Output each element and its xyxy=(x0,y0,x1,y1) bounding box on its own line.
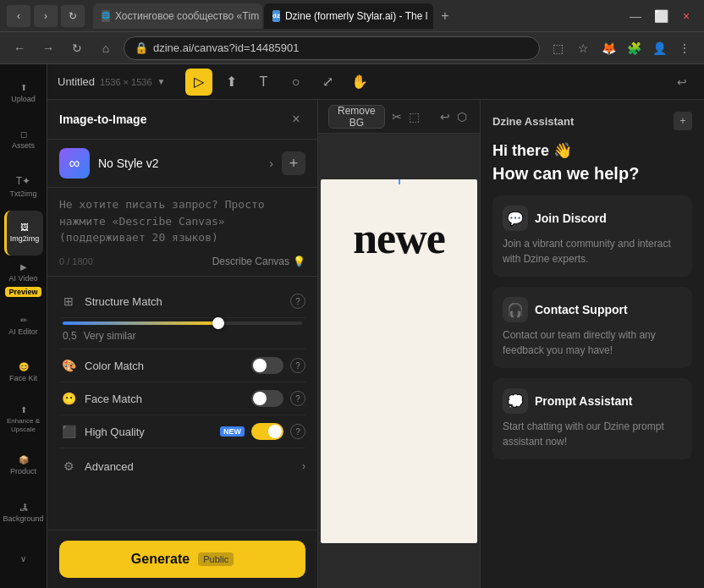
discord-desc: Join a vibrant community and interact wi… xyxy=(503,236,682,267)
face-match-info[interactable]: ? xyxy=(290,391,305,406)
public-badge: Public xyxy=(198,552,234,566)
slider-thumb[interactable] xyxy=(212,317,224,329)
sidebar-item-ai-editor[interactable]: ✏ AI Editor xyxy=(4,304,43,349)
tab-2-label: Dzine (formerly Stylar.ai) - The l xyxy=(285,10,428,22)
background-label: Background xyxy=(3,514,43,524)
sidebar-item-assets[interactable]: ◻ Assets xyxy=(4,118,43,162)
img2img-icon: 🖼 xyxy=(20,223,29,232)
product-label: Product xyxy=(10,467,36,476)
advanced-row[interactable]: ⚙ Advanced › xyxy=(59,448,305,484)
undo-button[interactable]: ↩ xyxy=(670,70,694,94)
style-arrow-icon: › xyxy=(269,157,273,170)
browser-chrome: ‹ › ↻ 🌐 Хостинговое сообщество «Тim × dz… xyxy=(0,0,704,32)
sidebar-item-background[interactable]: 🏞 Background xyxy=(4,490,43,536)
assistant-title: Dzine Assistant xyxy=(492,115,574,128)
color-match-icon: 🎨 xyxy=(59,356,78,375)
minimize-button[interactable]: — xyxy=(624,5,646,27)
canvas-toolbar: Remove BG ✂ ⬚ ↩ ⬡ ☆ ⬇ ◧ Layers xyxy=(318,100,480,134)
assistant-expand-button[interactable]: + xyxy=(674,112,692,130)
add-style-button[interactable]: + xyxy=(282,151,305,175)
face-match-toggle-knob xyxy=(253,392,267,405)
prompt-assistant-title: Prompt Assistant xyxy=(535,394,632,408)
remove-bg-button[interactable]: Remove BG xyxy=(328,105,385,129)
generate-label: Generate xyxy=(131,552,190,567)
url-bar[interactable]: 🔒 dzine.ai/canvas?id=14485901 xyxy=(124,36,540,60)
undo-canvas-button[interactable]: ↩ xyxy=(440,105,450,129)
tab-1-favicon: 🌐 xyxy=(102,10,110,22)
sidebar-item-img2img[interactable]: 🖼 Img2img xyxy=(4,211,43,256)
sidebar-item-product[interactable]: 📦 Product xyxy=(4,443,43,488)
sidebar-item-expand[interactable]: ∨ xyxy=(4,536,43,581)
tab-1-label: Хостинговое сообщество «Тim xyxy=(115,10,259,22)
nav-home-button[interactable]: ⌂ xyxy=(95,37,117,59)
nav-back-button[interactable]: ← xyxy=(8,37,30,59)
ai-video-icon: ▶ xyxy=(20,262,27,272)
hand-tool-button[interactable]: ✋ xyxy=(346,69,373,96)
greeting: Hi there 👋 How can we help? xyxy=(492,140,692,185)
select-tool-button[interactable]: ▷ xyxy=(185,69,212,96)
discord-card[interactable]: 💬 Join Discord Join a vibrant community … xyxy=(492,195,692,277)
structure-match-info[interactable]: ? xyxy=(290,294,305,309)
window-close-button[interactable]: × xyxy=(675,5,697,27)
color-match-info[interactable]: ? xyxy=(290,358,305,373)
sidebar-item-enhance[interactable]: ⬆ Enhance &Upscale xyxy=(4,397,43,442)
scissors-button[interactable]: ✂ xyxy=(392,105,402,129)
discord-title: Join Discord xyxy=(535,212,607,225)
nav-refresh-button[interactable]: ↻ xyxy=(66,37,88,59)
face-match-icon: 😶 xyxy=(59,389,78,408)
canvas-viewport[interactable]: newe xyxy=(318,134,480,588)
support-card[interactable]: 🎧 Contact Support Contact our team direc… xyxy=(492,287,692,368)
back-button[interactable]: ‹ xyxy=(7,5,30,27)
high-quality-toggle-knob xyxy=(268,425,282,438)
sidebar-item-ai-video[interactable]: ▶ AI Video Preview xyxy=(4,257,43,302)
describe-canvas-button[interactable]: Describe Canvas 💡 xyxy=(212,256,305,267)
forward-button[interactable]: › xyxy=(34,5,58,27)
profile-icon[interactable]: 🦊 xyxy=(597,37,619,59)
shape-tool-button[interactable]: ○ xyxy=(282,69,309,96)
translate-icon[interactable]: ⬚ xyxy=(547,37,569,59)
crop-button[interactable]: ⬚ xyxy=(409,105,420,129)
color-match-toggle[interactable] xyxy=(251,357,283,374)
generate-button[interactable]: Generate Public xyxy=(59,541,305,578)
char-count: 0 / 1800 xyxy=(59,256,93,267)
slider-container xyxy=(59,321,305,325)
style-name: No Style v2 xyxy=(98,157,261,170)
tab-2[interactable]: dz Dzine (formerly Stylar.ai) - The l × xyxy=(264,3,433,29)
sidebar-item-face-kit[interactable]: 😊 Face Kit xyxy=(4,350,43,395)
menu-icon[interactable]: ⋮ xyxy=(674,37,696,59)
canvas-area: Remove BG ✂ ⬚ ↩ ⬡ ☆ ⬇ ◧ Layers xyxy=(318,100,480,588)
enhance-label: Enhance &Upscale xyxy=(7,417,40,433)
avatar-icon[interactable]: 👤 xyxy=(648,37,670,59)
tab-1[interactable]: 🌐 Хостинговое сообщество «Тim × xyxy=(93,3,262,29)
style-selector[interactable]: ∞ No Style v2 › + xyxy=(47,140,317,188)
sidebar-item-upload[interactable]: ⬆ Upload xyxy=(4,71,43,116)
high-quality-info[interactable]: ? xyxy=(290,424,305,439)
extensions-icon[interactable]: 🧩 xyxy=(623,37,645,59)
nav-forward-button[interactable]: → xyxy=(37,37,59,59)
sidebar-item-txt2img[interactable]: T✦ Txt2img xyxy=(4,164,43,209)
refresh-button[interactable]: ↻ xyxy=(61,5,85,27)
maximize-button[interactable]: ⬜ xyxy=(650,5,672,27)
high-quality-toggle[interactable] xyxy=(251,423,283,440)
new-tab-button[interactable]: + xyxy=(435,6,455,26)
prompt-input[interactable] xyxy=(59,196,305,247)
structure-match-slider-row: 0,5 Very similar xyxy=(59,318,305,349)
structure-match-label: Structure Match xyxy=(85,295,290,308)
bookmark-icon[interactable]: ☆ xyxy=(572,37,594,59)
face-match-toggle[interactable] xyxy=(251,390,283,407)
prompt-assistant-card[interactable]: 💭 Prompt Assistant Start chatting with o… xyxy=(492,378,692,459)
lightbulb-icon: 💡 xyxy=(293,256,305,267)
prompt-card-header: 💭 Prompt Assistant xyxy=(503,388,682,414)
upload-tool-button[interactable]: ⬆ xyxy=(217,69,245,96)
doc-title-text: Untitled xyxy=(58,75,95,88)
crop-tool-button[interactable]: ⤢ xyxy=(314,69,341,96)
panel-close-button[interactable]: × xyxy=(287,110,305,129)
slider-track[interactable] xyxy=(63,321,302,325)
doc-dropdown-icon[interactable]: ▼ xyxy=(157,77,166,86)
3d-button[interactable]: ⬡ xyxy=(457,105,467,129)
new-badge: NEW xyxy=(220,426,245,437)
face-match-label: Face Match xyxy=(85,393,251,405)
browser-controls: ‹ › ↻ xyxy=(7,5,85,27)
expand-icon: ∨ xyxy=(20,554,26,563)
text-tool-button[interactable]: T xyxy=(250,69,277,96)
